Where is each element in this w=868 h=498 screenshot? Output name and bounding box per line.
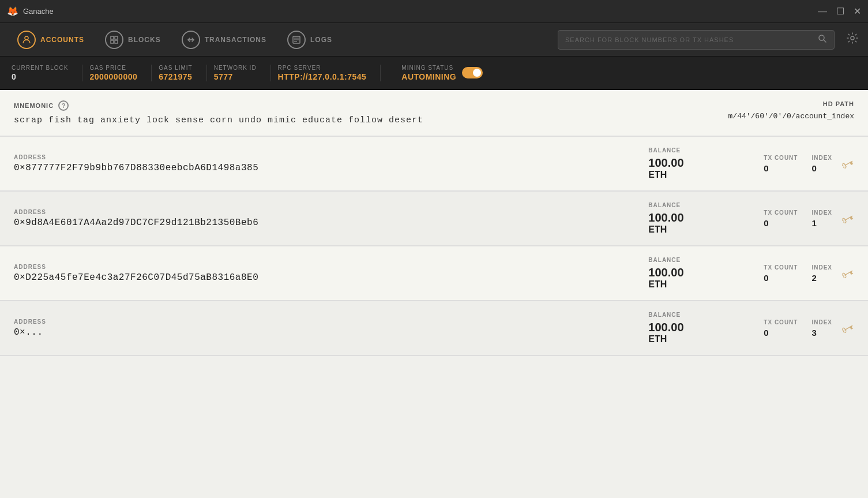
- blocks-icon: [105, 31, 123, 49]
- settings-button[interactable]: [846, 32, 859, 47]
- account-left: ADDRESS 0×9d8A4E6017A4Aa2d97DC7CF29d121B…: [14, 209, 648, 228]
- app-title: Ganache: [23, 7, 54, 16]
- transactions-label: TRANSACTIONS: [205, 36, 266, 44]
- logs-icon: [287, 31, 306, 49]
- nav-blocks[interactable]: BLOCKS: [97, 27, 169, 53]
- hd-path-value: m/44'/60'/0'/0/account_index: [728, 112, 854, 121]
- tx-count-label: TX COUNT: [764, 319, 798, 325]
- network-id-label: NETWORK ID: [214, 65, 257, 71]
- status-bar: CURRENT BLOCK 0 GAS PRICE 2000000000 GAS…: [0, 57, 868, 90]
- balance-value: 100.00: [648, 265, 764, 279]
- index-label: INDEX: [811, 319, 832, 325]
- title-bar-left: 🦊 Ganache: [7, 6, 54, 17]
- minimize-button[interactable]: —: [818, 7, 827, 16]
- tx-count-value: 0: [764, 273, 798, 283]
- maximize-button[interactable]: ☐: [836, 7, 844, 16]
- account-row: ADDRESS 0×9d8A4E6017A4Aa2d97DC7CF29d121B…: [0, 192, 868, 246]
- main-content: MNEMONIC ? scrap fish tag anxiety lock s…: [0, 90, 868, 498]
- tx-count-value: 0: [764, 163, 798, 173]
- tx-count-label: TX COUNT: [764, 155, 798, 161]
- balance-value: 100.00: [648, 156, 764, 170]
- account-row: ADDRESS 0×D225a45fe7Ee4c3a27F26C07D45d75…: [0, 246, 868, 301]
- accounts-label: ACCOUNTS: [40, 36, 84, 44]
- network-id-value: 5777: [214, 72, 257, 81]
- key-icon[interactable]: 🗝: [839, 319, 857, 338]
- nav-logs[interactable]: LOGS: [279, 27, 340, 53]
- account-left: ADDRESS 0×877777F2F79b9bb767D88330eebcbA…: [14, 154, 648, 173]
- mnemonic-phrase: scrap fish tag anxiety lock sense corn u…: [14, 115, 728, 125]
- search-icon: [818, 34, 827, 46]
- key-icon[interactable]: 🗝: [839, 154, 857, 174]
- hd-path-title: HD PATH: [728, 100, 854, 107]
- current-block-label: CURRENT BLOCK: [12, 65, 68, 71]
- logs-label: LOGS: [310, 36, 332, 44]
- account-row: ADDRESS 0×877777F2F79b9bb767D88330eebcbA…: [0, 137, 868, 192]
- tx-count-value: 0: [764, 218, 798, 228]
- index-label: INDEX: [811, 209, 832, 216]
- mnemonic-right: HD PATH m/44'/60'/0'/0/account_index: [728, 100, 854, 121]
- account-meta: TX COUNT 0 INDEX 3: [764, 319, 832, 338]
- address-label: ADDRESS: [14, 154, 648, 160]
- svg-rect-4: [115, 40, 118, 43]
- svg-rect-2: [115, 36, 118, 39]
- status-current-block: CURRENT BLOCK 0: [12, 65, 82, 81]
- key-icon[interactable]: 🗝: [839, 264, 857, 283]
- index-value: 3: [811, 328, 832, 338]
- mining-toggle[interactable]: [462, 67, 483, 78]
- account-left: ADDRESS 0×D225a45fe7Ee4c3a27F26C07D45d75…: [14, 264, 648, 283]
- app-icon: 🦊: [7, 6, 18, 17]
- index-item: INDEX 2: [811, 264, 832, 283]
- search-bar[interactable]: [558, 30, 835, 50]
- tx-count-item: TX COUNT 0: [764, 264, 798, 283]
- balance-label: BALANCE: [648, 147, 764, 153]
- status-gas-limit: GAS LIMIT 6721975: [159, 65, 206, 81]
- tx-count-item: TX COUNT 0: [764, 209, 798, 228]
- address-label: ADDRESS: [14, 319, 648, 325]
- balance-unit: ETH: [648, 224, 764, 235]
- gas-limit-value: 6721975: [159, 72, 192, 81]
- balance-unit: ETH: [648, 279, 764, 290]
- mnemonic-help-icon[interactable]: ?: [58, 100, 69, 111]
- mnemonic-left: MNEMONIC ? scrap fish tag anxiety lock s…: [14, 100, 728, 125]
- top-nav: ACCOUNTS BLOCKS TRANSACTIONS: [0, 23, 868, 57]
- tx-count-label: TX COUNT: [764, 264, 798, 271]
- account-address: 0×...: [14, 327, 648, 338]
- status-rpc-server: RPC SERVER HTTP://127.0.0.1:7545: [278, 65, 381, 81]
- account-balance-section: BALANCE 100.00 ETH: [648, 147, 764, 180]
- balance-label: BALANCE: [648, 257, 764, 263]
- address-label: ADDRESS: [14, 264, 648, 270]
- accounts-icon: [17, 31, 36, 49]
- status-network-id: NETWORK ID 5777: [214, 65, 271, 81]
- tx-count-item: TX COUNT 0: [764, 155, 798, 173]
- tx-count-item: TX COUNT 0: [764, 319, 798, 338]
- nav-accounts[interactable]: ACCOUNTS: [9, 27, 92, 53]
- nav-transactions[interactable]: TRANSACTIONS: [174, 27, 275, 53]
- account-address: 0×9d8A4E6017A4Aa2d97DC7CF29d121Bb21350Be…: [14, 218, 648, 228]
- account-left: ADDRESS 0×...: [14, 319, 648, 338]
- close-button[interactable]: ✕: [854, 7, 861, 16]
- mining-status-value: AUTOMINING: [401, 72, 456, 81]
- mnemonic-header: MNEMONIC ?: [14, 100, 728, 111]
- key-icon[interactable]: 🗝: [839, 209, 857, 229]
- account-balance-section: BALANCE 100.00 ETH: [648, 257, 764, 290]
- title-bar: 🦊 Ganache — ☐ ✕: [0, 0, 868, 23]
- mnemonic-title: MNEMONIC: [14, 102, 54, 109]
- status-mining: MINING STATUS AUTOMINING: [388, 65, 483, 81]
- svg-rect-3: [111, 40, 114, 43]
- index-item: INDEX 3: [811, 319, 832, 338]
- mining-status-label: MINING STATUS: [401, 65, 456, 71]
- tx-count-value: 0: [764, 328, 798, 338]
- search-input[interactable]: [565, 36, 813, 43]
- account-address: 0×877777F2F79b9bb767D88330eebcbA6D1498a3…: [14, 163, 648, 173]
- gas-limit-label: GAS LIMIT: [159, 65, 192, 71]
- balance-unit: ETH: [648, 334, 764, 345]
- index-label: INDEX: [811, 155, 832, 161]
- current-block-value: 0: [12, 72, 68, 81]
- svg-line-10: [824, 40, 826, 42]
- index-value: 1: [811, 218, 832, 228]
- account-address: 0×D225a45fe7Ee4c3a27F26C07D45d75aB8316a8…: [14, 272, 648, 283]
- address-label: ADDRESS: [14, 209, 648, 215]
- index-item: INDEX 1: [811, 209, 832, 228]
- account-balance-section: BALANCE 100.00 ETH: [648, 202, 764, 235]
- index-value: 0: [811, 163, 832, 173]
